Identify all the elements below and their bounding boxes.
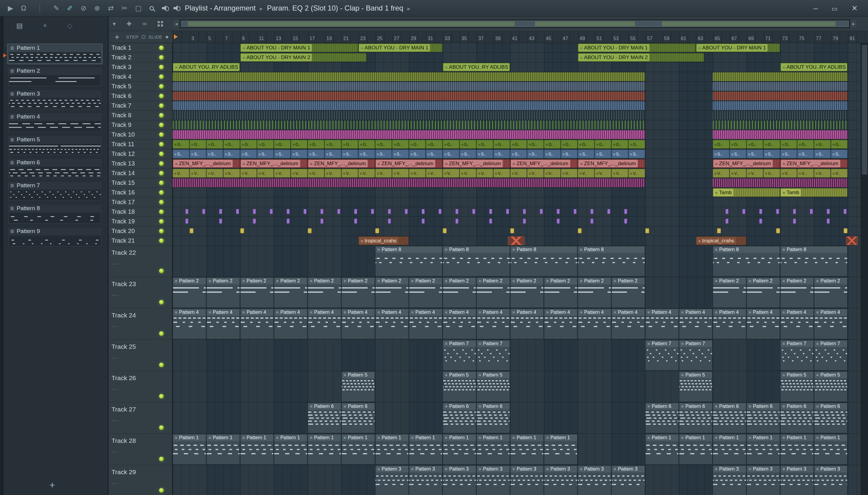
track-mute-led[interactable] bbox=[159, 161, 164, 166]
clip[interactable]: ≡Pattern 2 bbox=[308, 277, 341, 308]
clip[interactable]: ≡Pattern 1 bbox=[206, 434, 240, 464]
clip[interactable]: »V.. bbox=[409, 169, 426, 177]
clip[interactable]: »V.. bbox=[763, 169, 780, 177]
delete-icon[interactable]: ⊘ bbox=[81, 5, 86, 12]
clip[interactable] bbox=[776, 209, 779, 214]
clip[interactable] bbox=[713, 82, 848, 91]
clip[interactable]: »ZEN_MFY_..._delirium bbox=[443, 159, 510, 168]
clip[interactable]: »S.. bbox=[578, 150, 594, 158]
clip[interactable]: »ABOUT YOU - DRY MAIN 1 bbox=[358, 44, 442, 52]
track-mute-led[interactable] bbox=[159, 269, 164, 273]
clip[interactable] bbox=[185, 209, 188, 214]
clip[interactable]: »G.. bbox=[291, 140, 308, 149]
clip[interactable]: ≡Pattern 1 bbox=[510, 434, 544, 464]
track-mute-led[interactable] bbox=[159, 123, 164, 127]
clip[interactable] bbox=[508, 236, 524, 245]
clip[interactable]: ≡Pattern 1 bbox=[173, 434, 206, 464]
pattern-item[interactable]: ≣Pattern 4 bbox=[7, 113, 103, 133]
clip[interactable]: ≡Pattern 1 bbox=[274, 434, 308, 464]
clip[interactable]: ≡Pattern 2 bbox=[544, 277, 577, 308]
clip[interactable]: ≡Pattern 6 bbox=[780, 403, 814, 433]
clip[interactable]: ≡Pattern 3 bbox=[375, 465, 409, 495]
clip[interactable]: ≡Pattern 1 bbox=[780, 434, 814, 464]
clip[interactable] bbox=[173, 130, 645, 139]
clip[interactable]: »ABOUT YOU - DRY MAIN 1 bbox=[696, 44, 780, 52]
clip[interactable] bbox=[506, 209, 509, 214]
clip[interactable]: »G.. bbox=[561, 140, 577, 149]
clip[interactable] bbox=[489, 209, 492, 214]
clip[interactable]: ≡Pattern 6 bbox=[645, 403, 679, 433]
clip[interactable]: »S.. bbox=[763, 150, 780, 158]
clip[interactable]: ≡Pattern 1 bbox=[713, 434, 746, 464]
track-header[interactable]: Track 10 bbox=[108, 130, 172, 140]
clip[interactable]: »V.. bbox=[291, 169, 308, 177]
clip[interactable]: »V.. bbox=[527, 169, 544, 177]
mute-icon[interactable]: ⊗ bbox=[94, 5, 100, 12]
pattern-grid-icon[interactable]: ▤ bbox=[16, 22, 23, 30]
clip[interactable]: »S.. bbox=[308, 150, 324, 158]
track-header[interactable]: Track 19 bbox=[108, 217, 172, 226]
clip[interactable]: »G.. bbox=[173, 140, 189, 149]
clip[interactable]: »G.. bbox=[628, 140, 645, 149]
clip[interactable]: »ABOUT YOU..RY ADLIBS bbox=[173, 63, 240, 71]
play-icon[interactable]: ▶ bbox=[8, 5, 13, 12]
clip[interactable]: »G.. bbox=[257, 140, 274, 149]
track-mute-led[interactable] bbox=[159, 394, 164, 398]
clip[interactable]: ≡Pattern 4 bbox=[342, 309, 375, 339]
track-header[interactable]: Track 25... bbox=[108, 340, 172, 371]
clip[interactable] bbox=[219, 219, 222, 224]
clip[interactable]: »V.. bbox=[342, 169, 358, 177]
clip[interactable] bbox=[810, 209, 813, 214]
clip[interactable]: »V.. bbox=[814, 169, 831, 177]
clip[interactable] bbox=[443, 228, 447, 233]
track-mute-led[interactable] bbox=[159, 229, 164, 233]
clip[interactable] bbox=[253, 209, 256, 214]
clip[interactable]: ≡Pattern 2 bbox=[713, 277, 746, 308]
clip[interactable]: »S.. bbox=[814, 150, 831, 158]
clip[interactable]: ≡Pattern 2 bbox=[240, 277, 274, 308]
clip[interactable]: »V.. bbox=[426, 169, 442, 177]
clip[interactable] bbox=[742, 209, 745, 214]
track-mute-led[interactable] bbox=[159, 488, 164, 493]
clip[interactable]: »S.. bbox=[325, 150, 341, 158]
track-mute-led[interactable] bbox=[159, 132, 164, 137]
clip[interactable]: »S.. bbox=[223, 150, 240, 158]
track-mute-led[interactable] bbox=[159, 200, 164, 204]
clip[interactable]: ≡Pattern 6 bbox=[443, 403, 476, 433]
clip[interactable]: ≡Pattern 4 bbox=[443, 309, 476, 339]
clip[interactable] bbox=[455, 209, 458, 214]
pattern-item[interactable]: ≣Pattern 8 bbox=[7, 204, 103, 225]
clip[interactable]: »G.. bbox=[493, 140, 510, 149]
clip[interactable]: ≡Pattern 8 bbox=[375, 246, 442, 276]
clip[interactable]: ≡Pattern 1 bbox=[342, 434, 375, 464]
menu-triangle-icon[interactable]: ▾ bbox=[113, 20, 116, 28]
clip[interactable]: »V.. bbox=[325, 169, 341, 177]
clip[interactable]: ≡Pattern 7 bbox=[645, 340, 679, 371]
clip[interactable] bbox=[219, 209, 222, 214]
clip[interactable] bbox=[523, 219, 526, 224]
clip[interactable]: ≡Pattern 1 bbox=[409, 434, 442, 464]
clip[interactable] bbox=[405, 209, 408, 214]
clip[interactable] bbox=[793, 219, 796, 224]
track-header[interactable]: Track 14 bbox=[108, 169, 172, 178]
clip[interactable]: »S.. bbox=[544, 150, 560, 158]
clip[interactable]: »S.. bbox=[797, 150, 814, 158]
track-header[interactable]: Track 28... bbox=[108, 434, 172, 465]
track-header[interactable]: Track 5 bbox=[108, 82, 172, 91]
clip[interactable]: »V.. bbox=[443, 169, 459, 177]
clip[interactable]: »ZEN_MFY_..._delirium bbox=[308, 159, 375, 168]
clip[interactable]: »G.. bbox=[797, 140, 814, 149]
scrollbar-thumb[interactable] bbox=[181, 20, 849, 27]
clip[interactable]: ≡Pattern 4 bbox=[206, 309, 240, 339]
clip[interactable] bbox=[827, 219, 830, 224]
track-header[interactable]: Track 27... bbox=[108, 403, 172, 434]
track-header[interactable]: Track 13 bbox=[108, 159, 172, 169]
clip[interactable]: »S.. bbox=[611, 150, 628, 158]
clip[interactable]: ≡Pattern 2 bbox=[173, 277, 206, 308]
clip[interactable]: ≡Pattern 4 bbox=[747, 309, 780, 339]
clip[interactable]: ≡Pattern 8 bbox=[578, 246, 645, 276]
clip[interactable]: »S.. bbox=[459, 150, 476, 158]
clip[interactable]: »G.. bbox=[325, 140, 341, 149]
clip[interactable] bbox=[713, 72, 848, 81]
clip[interactable]: »G.. bbox=[392, 140, 409, 149]
